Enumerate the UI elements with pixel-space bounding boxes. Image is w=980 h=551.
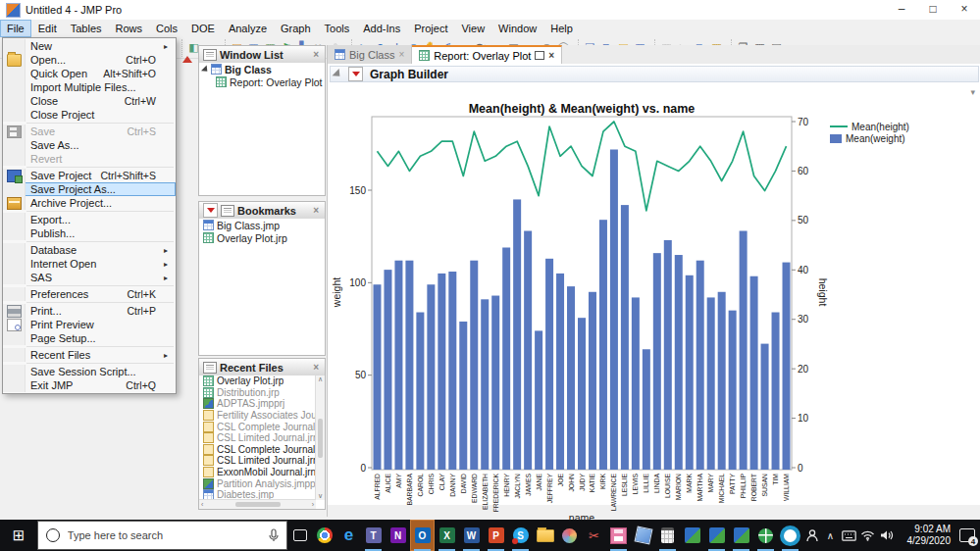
search-box[interactable]: Type here to search: [37, 521, 287, 550]
hidden-icons-chevron[interactable]: ∧: [821, 520, 840, 551]
file-menu-item-recent-files[interactable]: Recent Files▸: [3, 348, 176, 362]
photos-icon[interactable]: [631, 520, 655, 551]
list-item[interactable]: Report: Overlay Plot: [199, 75, 325, 88]
maximize-button[interactable]: □: [917, 0, 949, 20]
vertical-scrollbar[interactable]: ∧∨: [315, 376, 325, 500]
tab-report-overlay-plot[interactable]: Report: Overlay Plot×: [412, 45, 562, 65]
menu-project[interactable]: Project: [407, 20, 454, 37]
list-item[interactable]: Overlay Plot.jrp: [199, 231, 325, 244]
file-menu-item-save-session-script[interactable]: Save Session Script...: [3, 365, 176, 378]
menu-tools[interactable]: Tools: [318, 20, 357, 37]
menu-window[interactable]: Window: [491, 20, 543, 37]
window-list-header[interactable]: Window List ×: [199, 46, 325, 64]
file-menu-item-preferences[interactable]: PreferencesCtrl+K: [3, 287, 176, 301]
file-menu-item-quick-open[interactable]: Quick OpenAlt+Shift+O: [3, 67, 176, 80]
tab-close-icon[interactable]: ×: [398, 49, 404, 60]
globe-app-icon[interactable]: [753, 520, 778, 551]
teams-icon[interactable]: T: [361, 520, 386, 551]
menu-addins[interactable]: Add-Ins: [356, 20, 407, 37]
minimize-button[interactable]: –: [886, 0, 917, 20]
list-item[interactable]: CSL Limited Journal.jrn: [199, 432, 316, 444]
graph-builder-outline[interactable]: Graph Builder: [330, 66, 979, 82]
file-menu-item-page-setup[interactable]: Page Setup...: [3, 331, 176, 345]
menu-edit[interactable]: Edit: [31, 20, 64, 37]
list-item[interactable]: Overlay Plot.jrp: [199, 376, 316, 387]
restore-icon[interactable]: [535, 51, 544, 60]
outlook-icon[interactable]: O: [410, 520, 435, 551]
start-button[interactable]: ⊞: [0, 520, 37, 551]
list-item[interactable]: Distribution.jrp: [199, 387, 316, 399]
horizontal-scrollbar[interactable]: ‹›: [199, 499, 316, 509]
disclosure-triangle-icon[interactable]: [333, 69, 347, 83]
notification-center-icon[interactable]: 4: [954, 520, 980, 551]
window-features-icon[interactable]: ▾: [970, 87, 975, 97]
close-button[interactable]: ×: [949, 0, 980, 20]
snipping-tool-icon[interactable]: ✂: [582, 520, 606, 551]
edge-icon[interactable]: e: [336, 520, 361, 551]
file-menu-item-database[interactable]: Database▸: [3, 243, 176, 257]
volume-icon[interactable]: [877, 520, 896, 551]
chrome-icon[interactable]: [312, 520, 336, 551]
jmp-file-icon[interactable]: [606, 520, 631, 551]
menu-graph[interactable]: Graph: [274, 20, 318, 37]
keyboard-icon[interactable]: [840, 520, 858, 551]
file-menu-item-publish[interactable]: Publish...: [3, 226, 176, 240]
file-menu-item-close-project[interactable]: Close Project: [3, 108, 176, 122]
list-item[interactable]: ExxonMobil Journal.jrn: [199, 467, 316, 478]
jmp-app-icon-1[interactable]: [680, 520, 704, 551]
paint-icon[interactable]: [557, 520, 582, 551]
file-menu-item-save-as[interactable]: Save As...: [3, 138, 176, 152]
bookmarks-header[interactable]: Bookmarks ×: [199, 202, 325, 220]
close-icon[interactable]: ×: [311, 205, 321, 216]
tab-close-icon[interactable]: ×: [548, 50, 554, 61]
list-item[interactable]: CSL Complete Journal.jrn: [199, 421, 316, 432]
people-icon[interactable]: [802, 520, 821, 551]
skype-icon[interactable]: S: [508, 520, 533, 551]
list-item[interactable]: Big Class: [199, 63, 325, 75]
jmp-app-icon-2[interactable]: [704, 520, 729, 551]
file-menu-item-print-preview[interactable]: Print Preview: [3, 318, 176, 331]
file-menu-item-close[interactable]: CloseCtrl+W: [3, 94, 176, 108]
list-item[interactable]: CSL Complete Journal.jrn: [199, 444, 316, 456]
file-menu-item-revert[interactable]: Revert: [3, 152, 176, 166]
file-menu-item-print[interactable]: Print...Ctrl+P: [3, 304, 176, 318]
file-menu-item-internet-open[interactable]: Internet Open▸: [3, 257, 176, 271]
file-menu-item-import-multiple-files[interactable]: Import Multiple Files...: [3, 80, 176, 94]
list-item[interactable]: ADPTAS.jmpprj: [199, 398, 316, 410]
microphone-icon[interactable]: [269, 528, 279, 542]
task-view-icon[interactable]: [287, 520, 312, 551]
file-menu-item-exit-jmp[interactable]: Exit JMPCtrl+Q: [3, 378, 176, 392]
jmp-app-icon-3[interactable]: [729, 520, 753, 551]
overlay-plot-chart[interactable]: Mean(height) & Mean(weight) vs. name0501…: [328, 102, 980, 534]
menu-file[interactable]: File: [0, 20, 31, 37]
excel-icon[interactable]: X: [435, 520, 459, 551]
menu-cols[interactable]: Cols: [149, 20, 184, 37]
menu-rows[interactable]: Rows: [109, 20, 150, 37]
graph-builder-menu-button[interactable]: [348, 67, 363, 81]
file-menu-item-export[interactable]: Export...: [3, 213, 176, 226]
menu-tables[interactable]: Tables: [64, 20, 109, 37]
file-menu-item-open[interactable]: Open...Ctrl+O: [3, 53, 176, 67]
calculator-icon[interactable]: [655, 520, 680, 551]
file-menu-item-sas[interactable]: SAS▸: [3, 271, 176, 284]
file-menu-item-archive-project[interactable]: Archive Project...: [3, 196, 176, 210]
tab-big-class[interactable]: Big Class×: [328, 45, 412, 64]
dock-arrow-icon[interactable]: [182, 51, 192, 63]
wifi-icon[interactable]: [858, 520, 877, 551]
clock[interactable]: 9:02 AM 4/29/2020: [896, 524, 954, 547]
menu-help[interactable]: Help: [543, 20, 580, 37]
onenote-icon[interactable]: N: [386, 520, 410, 551]
media-app-icon[interactable]: [778, 520, 802, 551]
menu-view[interactable]: View: [454, 20, 491, 37]
file-menu-item-save-project[interactable]: Save ProjectCtrl+Shift+S: [3, 169, 176, 182]
file-menu-item-save[interactable]: SaveCtrl+S: [3, 125, 176, 138]
list-item[interactable]: CSL Limited Journal.jrn: [199, 455, 316, 467]
menu-analyze[interactable]: Analyze: [222, 20, 274, 37]
close-icon[interactable]: ×: [311, 49, 321, 60]
file-menu-item-new[interactable]: New▸: [3, 39, 176, 53]
bookmarks-menu-button[interactable]: [203, 203, 218, 218]
file-menu-item-save-project-as[interactable]: Save Project As...: [3, 182, 176, 196]
list-item[interactable]: Big Class.jmp: [199, 219, 325, 231]
list-item[interactable]: Partition Analysis.jmpprj: [199, 477, 316, 489]
list-item[interactable]: Fertility Associates Journal: [199, 410, 316, 422]
